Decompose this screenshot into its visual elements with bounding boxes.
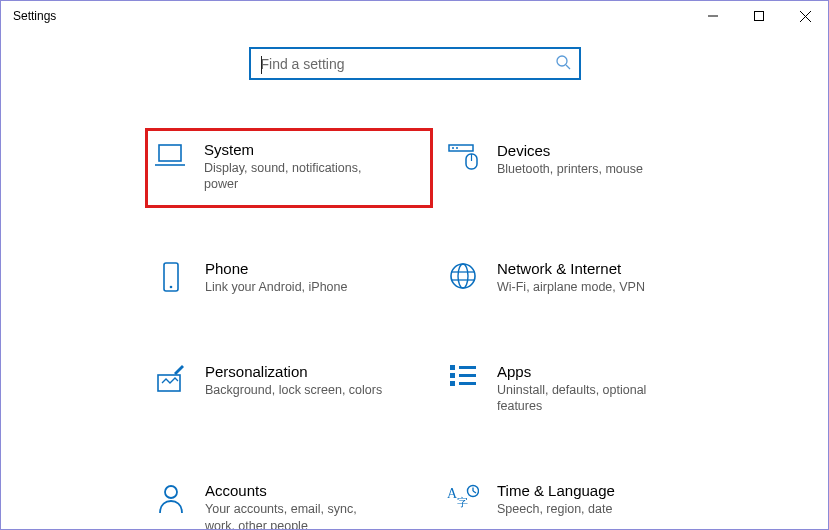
maximize-button[interactable] <box>736 1 782 31</box>
svg-rect-20 <box>450 365 455 370</box>
tile-desc: Wi-Fi, airplane mode, VPN <box>497 279 677 295</box>
tile-desc: Uninstall, defaults, optional features <box>497 382 677 415</box>
language-clock-icon: A 字 <box>445 482 481 512</box>
tile-title: Phone <box>205 260 425 277</box>
tile-time-language[interactable]: A 字 Time & Language Speech, region, date <box>441 478 721 530</box>
text-cursor <box>261 56 262 74</box>
svg-rect-19 <box>158 375 180 391</box>
tile-text: Phone Link your Android, iPhone <box>205 260 425 295</box>
tile-text: Time & Language Speech, region, date <box>497 482 717 517</box>
tile-phone[interactable]: Phone Link your Android, iPhone <box>149 256 429 299</box>
tile-devices[interactable]: Devices Bluetooth, printers, mouse <box>441 138 721 196</box>
tile-title: Devices <box>497 142 717 159</box>
svg-rect-24 <box>459 374 476 377</box>
tile-text: Apps Uninstall, defaults, optional featu… <box>497 363 717 415</box>
svg-point-10 <box>456 147 458 149</box>
close-button[interactable] <box>782 1 828 31</box>
settings-grid: System Display, sound, notifications, po… <box>1 138 828 530</box>
svg-line-5 <box>566 65 570 69</box>
tile-system[interactable]: System Display, sound, notifications, po… <box>145 128 433 208</box>
tile-accounts[interactable]: Accounts Your accounts, email, sync, wor… <box>149 478 429 530</box>
tile-desc: Your accounts, email, sync, work, other … <box>205 501 385 530</box>
svg-point-9 <box>452 147 454 149</box>
search-container <box>1 47 828 80</box>
titlebar: Settings <box>1 1 828 33</box>
tile-personalization[interactable]: Personalization Background, lock screen,… <box>149 359 429 419</box>
svg-point-26 <box>165 486 177 498</box>
tile-text: Network & Internet Wi-Fi, airplane mode,… <box>497 260 717 295</box>
search-box[interactable] <box>249 47 581 80</box>
svg-line-31 <box>473 491 476 493</box>
svg-point-16 <box>458 264 468 288</box>
svg-point-15 <box>451 264 475 288</box>
svg-rect-22 <box>450 381 455 386</box>
devices-icon <box>445 142 481 170</box>
paintbrush-icon <box>153 363 189 393</box>
tile-title: Apps <box>497 363 717 380</box>
tile-desc: Bluetooth, printers, mouse <box>497 161 677 177</box>
tile-desc: Link your Android, iPhone <box>205 279 385 295</box>
phone-icon <box>153 260 189 292</box>
svg-rect-25 <box>459 382 476 385</box>
window-title: Settings <box>1 1 56 23</box>
minimize-button[interactable] <box>690 1 736 31</box>
tile-text: Devices Bluetooth, printers, mouse <box>497 142 717 177</box>
svg-text:字: 字 <box>457 496 468 508</box>
search-icon <box>555 54 571 74</box>
person-icon <box>153 482 189 514</box>
tile-desc: Display, sound, notifications, power <box>204 160 384 193</box>
svg-rect-23 <box>459 366 476 369</box>
svg-rect-1 <box>755 12 764 21</box>
tile-network[interactable]: Network & Internet Wi-Fi, airplane mode,… <box>441 256 721 299</box>
window-controls <box>690 1 828 31</box>
tile-text: System Display, sound, notifications, po… <box>204 141 426 193</box>
tile-title: Network & Internet <box>497 260 717 277</box>
tile-desc: Speech, region, date <box>497 501 677 517</box>
tile-apps[interactable]: Apps Uninstall, defaults, optional featu… <box>441 359 721 419</box>
tile-title: Accounts <box>205 482 425 499</box>
globe-icon <box>445 260 481 290</box>
laptop-icon <box>152 141 188 169</box>
tile-text: Personalization Background, lock screen,… <box>205 363 425 398</box>
svg-rect-21 <box>450 373 455 378</box>
tile-title: Personalization <box>205 363 425 380</box>
svg-rect-6 <box>159 145 181 161</box>
tile-title: Time & Language <box>497 482 717 499</box>
search-input[interactable] <box>261 56 555 72</box>
tile-title: System <box>204 141 426 158</box>
tile-text: Accounts Your accounts, email, sync, wor… <box>205 482 425 530</box>
svg-point-4 <box>557 56 567 66</box>
list-icon <box>445 363 481 387</box>
tile-desc: Background, lock screen, colors <box>205 382 385 398</box>
svg-point-14 <box>170 285 173 288</box>
